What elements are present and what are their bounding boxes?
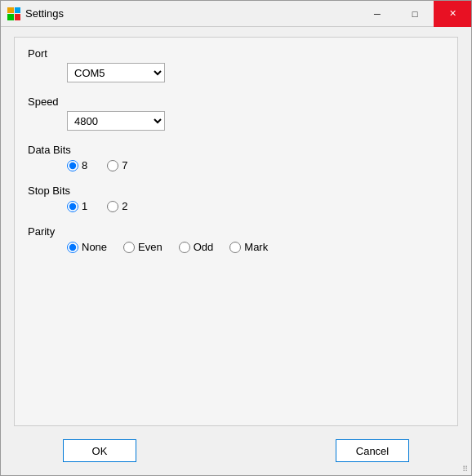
port-select[interactable]: COM1 COM2 COM3 COM4 COM5 COM6 (67, 63, 165, 82)
stop-bits-1-item[interactable]: 1 (67, 200, 87, 212)
data-bits-radio-group: 8 7 (28, 159, 444, 171)
parity-even-item[interactable]: Even (123, 241, 163, 253)
data-bits-8-radio[interactable] (67, 160, 78, 171)
port-label: Port (28, 47, 444, 60)
stop-bits-label: Stop Bits (28, 185, 444, 197)
settings-panel: Port COM1 COM2 COM3 COM4 COM5 COM6 Speed (14, 37, 458, 426)
stop-bits-radio-group: 1 2 (28, 200, 444, 212)
parity-none-item[interactable]: None (67, 241, 107, 253)
stop-bits-2-item[interactable]: 2 (107, 200, 127, 212)
ok-button[interactable]: OK (63, 439, 136, 462)
window-content: Port COM1 COM2 COM3 COM4 COM5 COM6 Speed (1, 27, 471, 475)
title-bar-buttons: ─ □ ✕ (358, 1, 471, 27)
port-select-wrapper: COM1 COM2 COM3 COM4 COM5 COM6 (28, 63, 444, 82)
data-bits-7-radio[interactable] (107, 160, 118, 171)
speed-group: Speed 1200 2400 4800 9600 19200 38400 57… (28, 96, 444, 131)
parity-none-label: None (82, 241, 107, 253)
speed-select-wrapper: 1200 2400 4800 9600 19200 38400 57600 11… (28, 111, 444, 131)
data-bits-8-item[interactable]: 8 (67, 159, 87, 171)
parity-label: Parity (28, 225, 444, 238)
parity-even-radio[interactable] (123, 242, 135, 253)
parity-mark-label: Mark (244, 241, 268, 253)
stop-bits-2-label: 2 (122, 200, 127, 212)
data-bits-8-label: 8 (82, 159, 87, 171)
stop-bits-group: Stop Bits 1 2 (28, 185, 444, 212)
cancel-button[interactable]: Cancel (336, 439, 409, 462)
resize-handle[interactable]: ⠿ (462, 465, 468, 474)
settings-window: Settings ─ □ ✕ Port COM1 COM2 COM3 COM4 … (0, 0, 472, 476)
parity-mark-radio[interactable] (229, 242, 241, 253)
minimize-button[interactable]: ─ (358, 1, 396, 27)
port-group: Port COM1 COM2 COM3 COM4 COM5 COM6 (28, 47, 444, 82)
maximize-button[interactable]: □ (396, 1, 434, 27)
parity-odd-label: Odd (194, 241, 214, 253)
data-bits-7-item[interactable]: 7 (107, 159, 127, 171)
parity-none-radio[interactable] (67, 242, 78, 253)
stop-bits-1-label: 1 (82, 200, 87, 212)
data-bits-label: Data Bits (28, 144, 444, 156)
data-bits-group: Data Bits 8 7 (28, 144, 444, 171)
close-button[interactable]: ✕ (434, 1, 471, 27)
parity-group: Parity None Even Odd (28, 225, 444, 253)
parity-odd-radio[interactable] (179, 242, 190, 253)
title-bar: Settings ─ □ ✕ (1, 1, 471, 27)
stop-bits-1-radio[interactable] (67, 201, 78, 212)
parity-mark-item[interactable]: Mark (229, 241, 268, 253)
button-row: OK Cancel (14, 439, 458, 462)
parity-odd-item[interactable]: Odd (179, 241, 214, 253)
window-title: Settings (25, 7, 64, 20)
data-bits-7-label: 7 (122, 159, 127, 171)
title-bar-left: Settings (7, 7, 64, 20)
speed-select[interactable]: 1200 2400 4800 9600 19200 38400 57600 11… (67, 111, 165, 131)
parity-radio-group: None Even Odd Mark (28, 241, 444, 253)
app-icon (7, 7, 20, 20)
speed-label: Speed (28, 96, 444, 108)
parity-even-label: Even (138, 241, 163, 253)
stop-bits-2-radio[interactable] (107, 201, 118, 212)
